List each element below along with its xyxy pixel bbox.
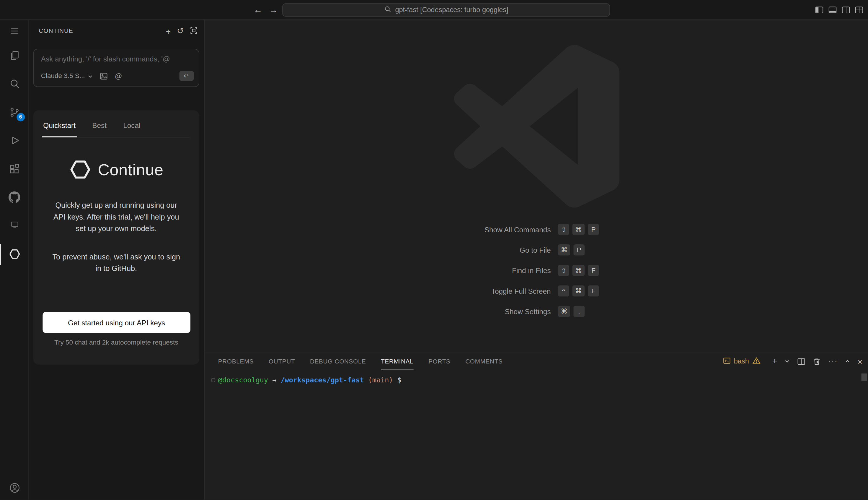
shortcut-label: Go to File [205, 246, 551, 254]
search-view-icon[interactable] [0, 77, 29, 90]
maximize-panel-icon[interactable] [845, 359, 851, 363]
customize-layout-icon[interactable] [855, 5, 864, 14]
key-letter: P [574, 245, 585, 255]
shell-integration-decoration [211, 378, 215, 383]
run-debug-icon[interactable] [0, 134, 29, 147]
history-icon[interactable]: ↺ [177, 26, 184, 36]
tab-best[interactable]: Best [91, 122, 107, 137]
tab-problems[interactable]: PROBLEMS [218, 353, 254, 370]
shortcut-row: Go to File ⌘ P [205, 244, 868, 256]
toggle-secondary-sidebar-icon[interactable] [842, 5, 850, 14]
github-icon[interactable] [0, 191, 29, 204]
attach-image-icon[interactable] [100, 72, 108, 80]
extensions-icon[interactable] [0, 162, 29, 175]
scm-changes-badge: 6 [16, 113, 24, 121]
key-cmd: ⌘ [573, 285, 585, 297]
command-center-label: gpt-fast [Codespaces: turbo goggles] [395, 6, 508, 14]
prompt-path: /workspaces/gpt-fast [281, 376, 364, 384]
toggle-panel-icon[interactable] [828, 5, 837, 14]
prompt-branch: (main) [364, 376, 393, 384]
chat-input-box[interactable]: Ask anything, '/' for slash commands, '@… [33, 49, 200, 87]
shortcut-row: Find in Files ⇧ ⌘ F [205, 264, 868, 276]
shortcut-label: Find in Files [205, 266, 551, 274]
new-session-icon[interactable]: + [166, 26, 171, 36]
continue-logo-icon [69, 158, 91, 181]
close-panel-icon[interactable]: × [858, 357, 863, 366]
chevron-down-icon[interactable] [88, 72, 93, 80]
sidebar-title: CONTINUE [39, 27, 73, 34]
terminal-scrollbar-thumb[interactable] [861, 374, 867, 381]
key-cmd: ⌘ [573, 224, 585, 235]
key-cmd: ⌘ [573, 265, 585, 276]
terminal-prompt-line: @docscoolguy → /workspaces/gpt-fast (mai… [218, 376, 406, 384]
continue-wordmark: Continue [98, 160, 163, 179]
signin-note-text: To prevent abuse, we'll ask you to sign … [50, 251, 182, 274]
search-icon [384, 5, 391, 14]
shortcut-row: Show Settings ⌘ , [205, 305, 868, 317]
vscode-logo-watermark [454, 44, 620, 212]
key-letter: F [588, 265, 599, 276]
vscode-window: ← → gpt-fast [Codespaces: turbo goggles] [0, 0, 868, 500]
key-letter: P [588, 224, 599, 235]
get-started-button[interactable]: Get started using our API keys [43, 312, 190, 333]
intro-text: Quickly get up and running using our API… [50, 200, 182, 234]
tab-quickstart[interactable]: Quickstart [42, 122, 77, 137]
open-in-editor-icon[interactable] [190, 26, 198, 36]
bottom-panel: PROBLEMS OUTPUT DEBUG CONSOLE TERMINAL P… [205, 352, 868, 500]
chat-input-placeholder: Ask anything, '/' for slash commands, '@ [41, 55, 193, 63]
history-forward-icon[interactable]: → [269, 5, 278, 15]
submit-enter-button[interactable]: ↵ [179, 71, 194, 81]
continue-extension-icon[interactable] [0, 247, 29, 260]
terminal-icon [723, 357, 730, 366]
terminal-shell-tab[interactable]: bash [723, 357, 761, 366]
tab-debug-console[interactable]: DEBUG CONSOLE [310, 353, 366, 370]
key-shift: ⇧ [558, 224, 569, 235]
onboarding-tabs: Quickstart Best Local [42, 122, 191, 137]
shortcut-label: Show All Commands [205, 225, 551, 234]
key-ctrl: ^ [558, 285, 569, 297]
explorer-icon[interactable] [0, 49, 29, 62]
split-terminal-icon[interactable] [797, 357, 806, 365]
prompt-user: @docscoolguy [218, 376, 268, 384]
shortcut-label: Toggle Full Screen [205, 287, 551, 295]
new-terminal-icon[interactable]: + [772, 357, 777, 366]
trial-note-text: Try 50 chat and 2k autocomplete requests [33, 339, 200, 346]
terminal-controls: bash + [723, 353, 863, 370]
terminal-viewport[interactable]: @docscoolguy → /workspaces/gpt-fast (mai… [205, 370, 868, 500]
shortcut-row: Toggle Full Screen ^ ⌘ F [205, 285, 868, 297]
warning-icon [752, 357, 761, 366]
keyboard-shortcuts-list: Show All Commands ⇧ ⌘ P Go to File ⌘ P F [205, 224, 868, 318]
menu-hamburger-icon[interactable] [0, 24, 29, 38]
activity-bar: 6 [0, 20, 29, 500]
key-comma: , [574, 306, 585, 317]
key-cmd: ⌘ [558, 245, 570, 255]
tab-ports[interactable]: PORTS [429, 353, 450, 370]
remote-explorer-icon[interactable] [0, 218, 29, 231]
tab-output[interactable]: OUTPUT [269, 353, 295, 370]
model-selector[interactable]: Claude 3.5 S... [41, 72, 85, 80]
shortcut-label: Show Settings [205, 307, 551, 316]
editor-group: Show All Commands ⇧ ⌘ P Go to File ⌘ P F [205, 20, 868, 500]
tab-local[interactable]: Local [122, 122, 141, 137]
toggle-primary-sidebar-icon[interactable] [815, 5, 824, 14]
more-actions-icon[interactable]: ··· [828, 357, 837, 366]
history-back-icon[interactable]: ← [254, 5, 262, 15]
shortcut-row: Show All Commands ⇧ ⌘ P [205, 224, 868, 236]
add-context-icon[interactable]: @ [115, 72, 122, 80]
tab-terminal[interactable]: TERMINAL [381, 353, 413, 370]
tab-comments[interactable]: COMMENTS [465, 353, 503, 370]
continue-sidebar: CONTINUE + ↺ Ask anything, '/' for slash… [29, 20, 205, 500]
command-center-search[interactable]: gpt-fast [Codespaces: turbo goggles] [282, 3, 610, 16]
prompt-arrow: → [268, 376, 281, 384]
key-cmd: ⌘ [558, 306, 570, 317]
account-icon[interactable] [0, 481, 29, 495]
source-control-icon[interactable]: 6 [0, 105, 29, 118]
terminal-dropdown-icon[interactable] [784, 359, 790, 363]
prompt-symbol: $ [393, 376, 406, 384]
titlebar: ← → gpt-fast [Codespaces: turbo goggles] [0, 0, 868, 20]
active-view-indicator [0, 244, 1, 265]
kill-terminal-trash-icon[interactable] [813, 357, 821, 365]
key-shift: ⇧ [558, 265, 569, 276]
onboarding-card: Quickstart Best Local Continue Quickly g… [33, 110, 200, 365]
editor-watermark-area: Show All Commands ⇧ ⌘ P Go to File ⌘ P F [205, 20, 868, 352]
